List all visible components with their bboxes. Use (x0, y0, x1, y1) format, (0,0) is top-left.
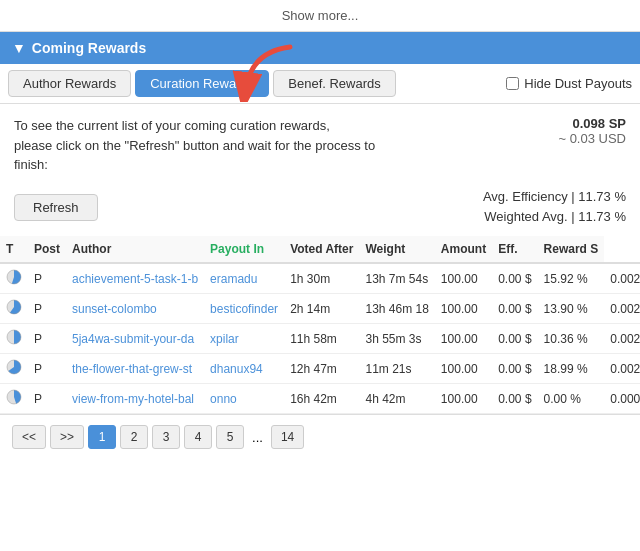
cell-author: eramadu (204, 263, 284, 294)
refresh-row: Refresh Avg. Efficiency | 11.73 % Weight… (0, 183, 640, 237)
cell-weight: 100.00 (435, 263, 492, 294)
table-container: T Post Author Payout In Voted After Weig… (0, 236, 640, 414)
info-line3: finish: (14, 155, 375, 175)
cell-author: xpilar (204, 324, 284, 354)
cell-reward: 0.000 (604, 384, 640, 414)
cell-amount: 0.00 $ (492, 354, 537, 384)
col-payout-in: Payout In (204, 236, 284, 263)
cell-post: achievement-5-task-1-b (66, 263, 204, 294)
cell-payout-in: 12h 47m (284, 354, 359, 384)
cell-payout-in: 11h 58m (284, 324, 359, 354)
col-type: T (0, 236, 28, 263)
info-stats: 0.098 SP ~ 0.03 USD (558, 116, 626, 146)
tab-benef-rewards[interactable]: Benef. Rewards (273, 70, 396, 97)
cell-post: sunset-colombo (66, 294, 204, 324)
pagination-page-3[interactable]: 3 (152, 425, 180, 449)
tabs-row: Author Rewards Curation Rewards Benef. R… (0, 64, 640, 104)
pagination-ellipsis: ... (248, 430, 267, 445)
col-eff: Eff. (492, 236, 537, 263)
info-description: To see the current list of your coming c… (14, 116, 375, 175)
hide-dust-text: Hide Dust Payouts (524, 76, 632, 91)
cell-eff: 10.36 % (538, 324, 605, 354)
refresh-button[interactable]: Refresh (14, 194, 98, 221)
table-row: P sunset-colombo besticofinder 2h 14m 13… (0, 294, 640, 324)
cell-type: P (28, 294, 66, 324)
pagination-prev[interactable]: >> (50, 425, 84, 449)
pagination-page-2[interactable]: 2 (120, 425, 148, 449)
info-line1: To see the current list of your coming c… (14, 116, 375, 136)
pagination-page-1[interactable]: 1 (88, 425, 116, 449)
cell-author: dhanux94 (204, 354, 284, 384)
col-amount: Amount (435, 236, 492, 263)
tab-curation-rewards[interactable]: Curation Rewards (135, 70, 269, 97)
pagination: << >> 1 2 3 4 5 ... 14 (0, 414, 640, 459)
cell-type: P (28, 263, 66, 294)
col-author: Author (66, 236, 204, 263)
cell-post: the-flower-that-grew-st (66, 354, 204, 384)
cell-pie-icon (0, 263, 28, 294)
rewards-table: T Post Author Payout In Voted After Weig… (0, 236, 640, 414)
cell-payout-in: 1h 30m (284, 263, 359, 294)
cell-post: view-from-my-hotel-bal (66, 384, 204, 414)
cell-reward: 0.002 (604, 354, 640, 384)
show-more-text: Show more... (282, 8, 359, 23)
col-voted-after: Voted After (284, 236, 359, 263)
cell-eff: 0.00 % (538, 384, 605, 414)
cell-voted-after: 11m 21s (359, 354, 434, 384)
cell-amount: 0.00 $ (492, 384, 537, 414)
col-reward: Reward S (538, 236, 605, 263)
show-more-bar[interactable]: Show more... (0, 0, 640, 32)
cell-type: P (28, 324, 66, 354)
cell-amount: 0.00 $ (492, 294, 537, 324)
col-weight: Weight (359, 236, 434, 263)
cell-amount: 0.00 $ (492, 324, 537, 354)
cell-author: onno (204, 384, 284, 414)
sp-value: 0.098 SP (558, 116, 626, 131)
cell-payout-in: 2h 14m (284, 294, 359, 324)
usd-value: ~ 0.03 USD (558, 131, 626, 146)
cell-voted-after: 13h 7m 54s (359, 263, 434, 294)
avg-stats: Avg. Efficiency | 11.73 % Weighted Avg. … (483, 187, 626, 229)
avg-efficiency-text: Avg. Efficiency | 11.73 % (483, 187, 626, 208)
cell-pie-icon (0, 354, 28, 384)
cell-voted-after: 3h 55m 3s (359, 324, 434, 354)
table-row: P the-flower-that-grew-st dhanux94 12h 4… (0, 354, 640, 384)
cell-eff: 15.92 % (538, 263, 605, 294)
tab-author-rewards[interactable]: Author Rewards (8, 70, 131, 97)
cell-eff: 13.90 % (538, 294, 605, 324)
cell-reward: 0.002 (604, 294, 640, 324)
coming-rewards-title: Coming Rewards (32, 40, 146, 56)
pagination-prev-prev[interactable]: << (12, 425, 46, 449)
table-row: P achievement-5-task-1-b eramadu 1h 30m … (0, 263, 640, 294)
pagination-last[interactable]: 14 (271, 425, 304, 449)
cell-amount: 0.00 $ (492, 263, 537, 294)
table-row: P 5ja4wa-submit-your-da xpilar 11h 58m 3… (0, 324, 640, 354)
hide-dust-checkbox[interactable] (506, 77, 519, 90)
info-section: To see the current list of your coming c… (0, 104, 640, 183)
cell-post: 5ja4wa-submit-your-da (66, 324, 204, 354)
pagination-page-4[interactable]: 4 (184, 425, 212, 449)
cell-voted-after: 13h 46m 18 (359, 294, 434, 324)
cell-weight: 100.00 (435, 324, 492, 354)
cell-reward: 0.002 (604, 324, 640, 354)
table-row: P view-from-my-hotel-bal onno 16h 42m 4h… (0, 384, 640, 414)
cell-reward: 0.002 (604, 263, 640, 294)
cell-type: P (28, 354, 66, 384)
cell-voted-after: 4h 42m (359, 384, 434, 414)
collapse-arrow-icon[interactable]: ▼ (12, 40, 26, 56)
cell-weight: 100.00 (435, 384, 492, 414)
cell-type: P (28, 384, 66, 414)
weighted-avg-text: Weighted Avg. | 11.73 % (483, 207, 626, 228)
pagination-page-5[interactable]: 5 (216, 425, 244, 449)
cell-weight: 100.00 (435, 294, 492, 324)
cell-payout-in: 16h 42m (284, 384, 359, 414)
cell-author: besticofinder (204, 294, 284, 324)
cell-pie-icon (0, 324, 28, 354)
table-header-row: T Post Author Payout In Voted After Weig… (0, 236, 640, 263)
hide-dust-label[interactable]: Hide Dust Payouts (506, 76, 632, 91)
cell-weight: 100.00 (435, 354, 492, 384)
info-line2: please click on the "Refresh" button and… (14, 136, 375, 156)
cell-pie-icon (0, 384, 28, 414)
col-post: Post (28, 236, 66, 263)
coming-rewards-header: ▼ Coming Rewards (0, 32, 640, 64)
